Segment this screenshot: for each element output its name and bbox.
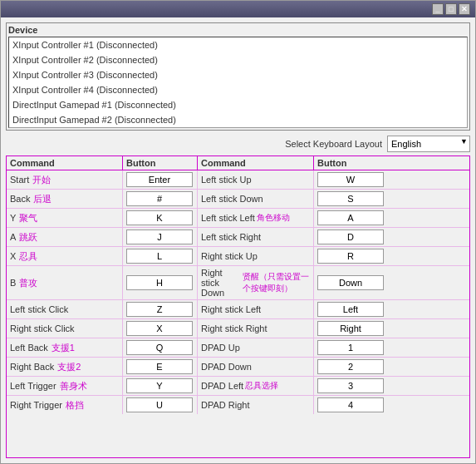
button-input-right[interactable] [317, 249, 384, 264]
button-input[interactable] [126, 172, 193, 187]
button-cell [123, 319, 198, 338]
table-row: Right Back支援2DPAD Down [7, 358, 469, 377]
command-english: X [10, 251, 16, 261]
button-cell [123, 396, 198, 414]
device-list-item[interactable]: DirectInput Gamepad #1 (Disconnected) [9, 97, 467, 112]
button-input[interactable] [126, 359, 193, 374]
keyboard-layout-select[interactable]: EnglishChinese [387, 136, 470, 152]
command-english: Left Back [10, 343, 48, 353]
command-english-right: Left stick Up [201, 175, 252, 185]
command-english: Right Back [10, 362, 54, 372]
button-cell [123, 247, 198, 265]
button-input[interactable] [126, 249, 193, 264]
command-english: B [10, 278, 16, 288]
device-list-item[interactable]: Keyboard [9, 127, 467, 128]
command-cell: Left stick Click [7, 300, 123, 318]
command-english: A [10, 232, 16, 242]
button-cell [123, 300, 198, 318]
command-chinese: 跳跃 [19, 231, 37, 244]
command-english: Y [10, 213, 16, 223]
tooltip-text: 角色移动 [257, 212, 290, 224]
button-input[interactable] [126, 397, 193, 412]
command-english-right: Left stick Right [201, 232, 261, 242]
button-input-right[interactable] [317, 172, 384, 187]
command-cell: Left Trigger善身术 [7, 377, 123, 395]
button-input-right[interactable] [317, 359, 384, 374]
button-cell-right [314, 170, 389, 189]
button-input-right[interactable] [317, 321, 384, 336]
command-english-right: Left stick Left [201, 213, 255, 223]
device-list-item[interactable]: XInput Controller #1 (Disconnected) [9, 37, 467, 52]
button-input[interactable] [126, 230, 193, 244]
command-cell-right: Left stick Right [198, 228, 314, 246]
main-window: _ □ ✕ Device XInput Controller #1 (Disco… [0, 0, 476, 464]
button-cell [123, 338, 198, 357]
table-header-cell: Button [123, 156, 198, 170]
command-cell-right: DPAD Down [198, 358, 314, 376]
command-cell: Start开始 [7, 170, 123, 189]
button-input[interactable] [126, 378, 193, 393]
button-input[interactable] [126, 191, 193, 206]
title-bar-buttons: _ □ ✕ [432, 3, 470, 15]
table-row: Back后退Left stick Down [7, 190, 469, 209]
command-cell-right: DPAD Up [198, 338, 314, 357]
button-input-right[interactable] [317, 302, 384, 317]
table-row: A跳跃Left stick Right [7, 228, 469, 247]
button-cell-right [314, 190, 389, 208]
button-cell-right [314, 247, 389, 265]
button-cell [123, 170, 198, 189]
command-cell: A跳跃 [7, 228, 123, 246]
button-cell-right [314, 300, 389, 318]
device-list-item[interactable]: XInput Controller #2 (Disconnected) [9, 52, 467, 67]
button-input-right[interactable] [317, 275, 384, 290]
command-cell-right: Left stick Left角色移动 [198, 209, 314, 227]
command-cell-right: DPAD Left忍具选择 [198, 377, 314, 395]
table-header: CommandButtonCommandButton [7, 156, 469, 170]
button-cell [123, 266, 198, 299]
button-input-right[interactable] [317, 378, 384, 393]
button-input[interactable] [126, 275, 193, 290]
button-cell [123, 190, 198, 208]
command-english-right: DPAD Left [201, 381, 243, 391]
keyboard-layout-label: Select Keyboard Layout [285, 139, 382, 149]
maximize-button[interactable]: □ [445, 3, 457, 15]
command-cell-right: Left stick Up [198, 170, 314, 189]
table-row: Y聚气Left stick Left角色移动 [7, 209, 469, 228]
button-cell-right [314, 358, 389, 376]
button-input[interactable] [126, 302, 193, 317]
button-cell [123, 358, 198, 376]
command-english-right: Right stick Left [201, 304, 261, 314]
button-input-right[interactable] [317, 230, 384, 244]
minimize-button[interactable]: _ [432, 3, 444, 15]
command-cell-right: Right stick Up [198, 247, 314, 265]
device-list-item[interactable]: DirectInput Gamepad #2 (Disconnected) [9, 112, 467, 127]
device-list-item[interactable]: XInput Controller #3 (Disconnected) [9, 67, 467, 82]
button-input-right[interactable] [317, 191, 384, 206]
command-chinese: 支援1 [52, 342, 75, 354]
keyboard-layout-select-wrapper[interactable]: EnglishChinese [387, 136, 470, 152]
button-cell [123, 209, 198, 227]
button-input-right[interactable] [317, 340, 384, 355]
command-english: Left Trigger [10, 381, 56, 391]
command-cell: X忍具 [7, 247, 123, 265]
table-row: X忍具Right stick Up [7, 247, 469, 266]
button-input-right[interactable] [317, 210, 384, 225]
command-chinese: 忍具 [19, 250, 37, 263]
device-list[interactable]: XInput Controller #1 (Disconnected)XInpu… [8, 37, 468, 128]
button-input[interactable] [126, 210, 193, 225]
button-input-right[interactable] [317, 397, 384, 412]
button-cell [123, 377, 198, 395]
button-input[interactable] [126, 340, 193, 355]
table-row: B普攻Right stick Down贤醒（只需设置一个按键即刻） [7, 266, 469, 300]
close-button[interactable]: ✕ [459, 3, 470, 15]
command-cell: Back后退 [7, 190, 123, 208]
device-list-item[interactable]: XInput Controller #4 (Disconnected) [9, 82, 467, 97]
table-row: Right Trigger格挡DPAD Right [7, 396, 469, 414]
table-row: Start开始Left stick Up [7, 170, 469, 190]
keyboard-layout-row: Select Keyboard Layout EnglishChinese [6, 136, 470, 152]
button-cell-right [314, 338, 389, 357]
device-section-label: Device [8, 25, 468, 35]
command-chinese: 开始 [32, 174, 51, 186]
button-input[interactable] [126, 321, 193, 336]
table-header-cell: Button [314, 156, 389, 170]
